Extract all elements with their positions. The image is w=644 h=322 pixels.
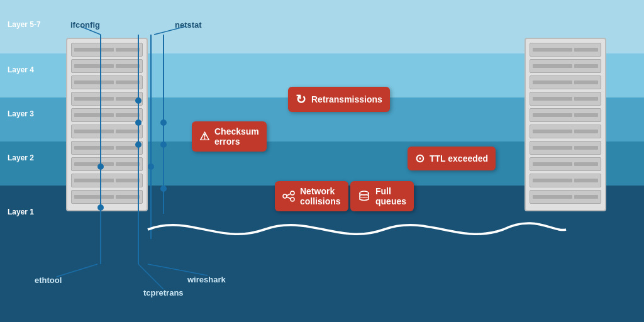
rack-unit [530,190,601,204]
rack-unit [71,75,143,89]
rack-unit [71,174,143,187]
badge-queues-label: Full queues [375,186,406,206]
rack-unit [530,141,601,155]
badge-checksum-label: Checksum errors [214,126,259,147]
queue-icon [358,190,370,203]
rack-unit [530,92,601,106]
rack-unit [530,174,601,187]
ttl-icon: ⊙ [415,152,425,165]
label-layer-4: Layer 4 [8,65,34,74]
network-icon [282,190,295,203]
tool-wireshark: wireshark [187,275,226,284]
rack-unit [530,157,601,171]
label-layer-3: Layer 3 [8,109,34,118]
label-layer-1: Layer 1 [8,208,34,216]
tool-tcpretrans: tcpretrans [143,288,184,297]
rack-unit [71,141,143,155]
tool-netstat: netstat [175,20,202,30]
rack-unit [530,125,601,138]
server-rack-right [525,38,606,211]
rack-unit [71,108,143,122]
svg-line-22 [287,197,291,199]
server-rack-left [66,38,148,211]
svg-point-20 [291,197,294,201]
svg-point-18 [283,194,287,198]
badge-full-queues: Full queues [350,181,414,211]
tool-ethtool: ethtool [35,275,62,285]
tool-ifconfig: ifconfig [70,20,100,30]
badge-ttl-exceeded: ⊙ TTL exceeded [408,147,496,170]
badge-retransmissions-label: Retransmissions [311,94,382,104]
rack-unit [71,92,143,106]
badge-checksum-errors: ⚠ Checksum errors [192,121,267,152]
rack-unit [530,59,601,73]
svg-line-21 [287,194,291,196]
rack-unit [71,190,143,204]
rack-unit [530,108,601,122]
retry-icon: ↻ [296,92,306,107]
rack-unit [71,125,143,138]
rack-unit [71,59,143,73]
svg-point-19 [291,191,294,195]
rack-unit [71,43,143,57]
badge-ttl-label: TTL exceeded [430,153,488,164]
rack-unit [530,43,601,57]
badge-network-collisions: Network collisions [275,181,348,211]
rack-unit [530,75,601,89]
badge-collisions-label: Network collisions [300,186,341,206]
warning-icon: ⚠ [199,130,209,143]
rack-unit [71,157,143,171]
label-layer-57: Layer 5-7 [8,20,41,29]
badge-retransmissions: ↻ Retransmissions [288,87,390,112]
label-layer-2: Layer 2 [8,153,34,162]
